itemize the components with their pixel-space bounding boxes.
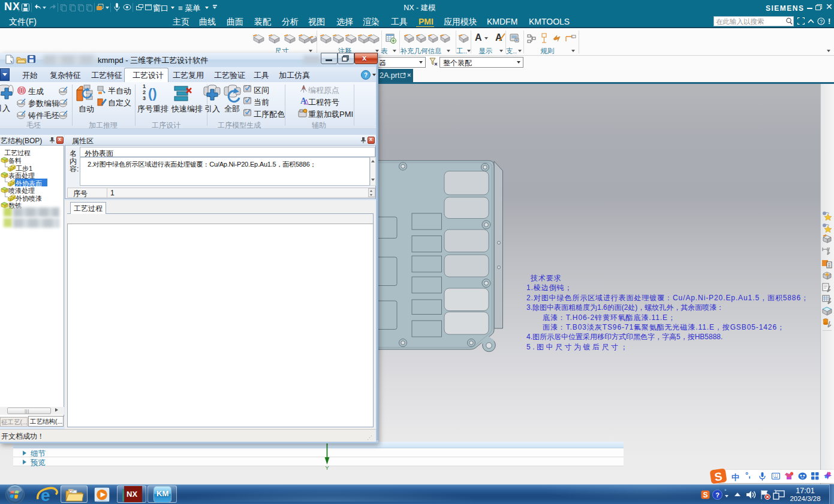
- svg-text:?: ?: [820, 19, 823, 25]
- svg-text:?: ?: [364, 72, 368, 79]
- svg-text:?: ?: [715, 491, 719, 499]
- svg-text:Y: Y: [326, 465, 329, 471]
- svg-text:S: S: [703, 491, 707, 499]
